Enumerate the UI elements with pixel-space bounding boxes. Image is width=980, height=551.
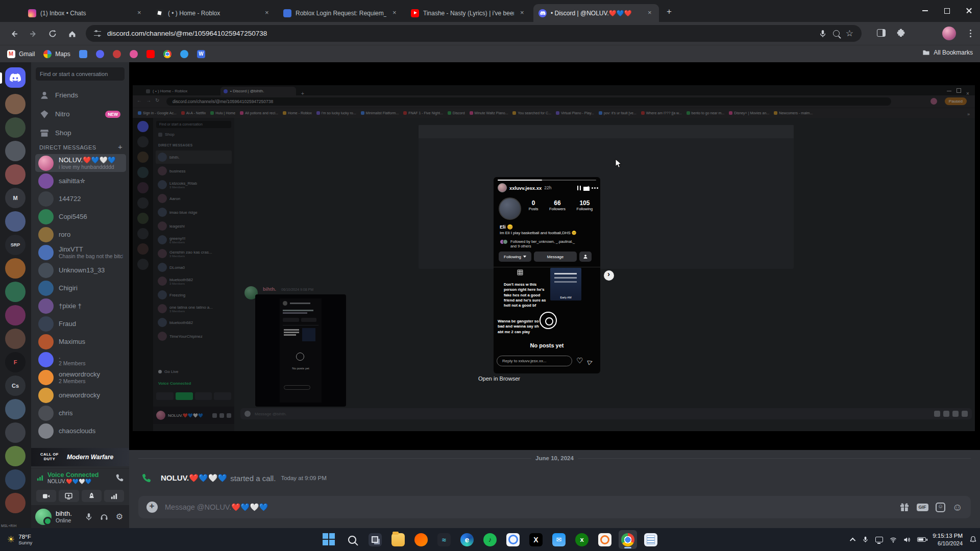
camera-button[interactable] [36,490,56,502]
notification-bell-icon[interactable] [969,536,977,543]
bookmark-favicon-red[interactable] [113,50,121,58]
browser-tab-discord[interactable]: • Discord | @NOLUV.❤️💙❤️ [533,4,659,22]
back-button[interactable] [6,26,21,41]
bookmark-favicon-discord[interactable] [96,50,104,58]
mute-mic-icon[interactable] [83,513,94,521]
notepad-button[interactable] [642,530,660,549]
deafen-icon[interactable] [99,513,110,521]
server-icon[interactable] [5,164,26,185]
close-tab-icon[interactable] [646,9,654,17]
dm-item-pixie[interactable]: †pixie † [35,297,126,315]
bookmark-favicon-blue[interactable] [180,50,188,58]
server-icon[interactable] [5,469,26,490]
server-icon[interactable]: SRP [5,235,26,255]
dm-item-chaosclouds[interactable]: chaosclouds [35,422,126,440]
tray-mic-icon[interactable] [862,536,869,543]
new-tab-button[interactable] [664,7,676,19]
discord-home-button[interactable] [5,67,26,88]
mail-button[interactable] [550,530,568,549]
sticker-icon[interactable] [936,503,945,512]
server-icon[interactable] [5,399,26,419]
crunchyroll-button[interactable] [596,530,614,549]
address-bar[interactable] [86,25,862,42]
dm-item-onewordrocky-group[interactable]: onewordrocky2 Members [35,368,126,386]
server-icon[interactable] [5,258,26,279]
nav-shop[interactable]: Shop [35,124,125,141]
dm-item-144722[interactable]: 144722 [35,190,126,208]
x-app-button[interactable] [527,530,545,549]
url-input[interactable] [107,30,813,37]
server-icon[interactable] [5,329,26,349]
dm-item-jinxvtt[interactable]: JinxVTTChasin the bag not the bitches [35,243,126,261]
browser-tab-inbox[interactable]: (1) Inbox • Chats [23,4,149,22]
minimize-icon[interactable] [914,0,936,21]
dm-item-unknown13[interactable]: Unknown13_33 [35,261,126,279]
home-button[interactable] [64,26,80,41]
start-button[interactable] [320,530,338,549]
server-icon[interactable] [5,117,26,138]
voice-search-mic-icon[interactable] [819,30,827,38]
clock[interactable]: 9:15:13 PM6/10/2024 [933,532,963,547]
close-tab-icon[interactable] [518,9,526,17]
message-input[interactable] [165,503,892,511]
photos-app-button[interactable] [504,530,522,549]
server-icon[interactable] [5,446,26,466]
close-window-icon[interactable] [958,0,980,21]
dm-item-maximus[interactable]: Maximus [35,333,126,350]
activities-button[interactable] [82,490,102,502]
bookmark-favicon-w[interactable] [197,50,205,58]
dm-item-roro[interactable]: roro [35,226,126,243]
server-icon[interactable] [5,282,26,302]
server-icon[interactable] [5,305,26,325]
dm-item-chris[interactable]: chris [35,404,126,422]
call-author[interactable]: NOLUV.❤️💙🤍💙 [161,473,227,483]
bookmark-favicon-chrome[interactable] [163,50,172,58]
xbox-button[interactable] [573,530,591,549]
close-tab-icon[interactable] [390,9,399,17]
music-app-button[interactable] [435,530,453,549]
maximize-icon[interactable] [936,0,958,21]
server-icon[interactable]: M [5,188,26,208]
tray-display-icon[interactable] [875,537,883,542]
chrome-button[interactable] [619,530,637,549]
server-icon[interactable] [5,493,26,513]
nav-friends[interactable]: Friends [35,87,125,104]
browser-tab-youtube[interactable]: Tinashe - Nasty (Lyrics) | i've been [406,4,531,22]
settings-gear-icon[interactable] [114,513,125,521]
dm-item-fraud[interactable]: Fraud [35,315,126,333]
server-icon[interactable] [5,211,26,232]
spotify-button[interactable] [481,530,499,549]
edge-button[interactable] [458,530,476,549]
dm-item-dot-group[interactable]: .2 Members [35,350,126,368]
bookmark-favicon-youtube[interactable] [146,50,155,58]
server-icon[interactable] [5,94,26,114]
all-bookmarks-button[interactable]: All Bookmarks [922,49,973,56]
screenshare-button[interactable] [59,490,79,502]
bookmark-maps[interactable]: Maps [43,50,70,58]
user-avatar[interactable] [35,509,52,525]
dm-item-copi5456[interactable]: Copi5456 [35,208,126,226]
brave-button[interactable] [412,530,430,549]
bookmark-favicon-pink[interactable] [130,50,138,58]
browser-menu-icon[interactable] [970,30,971,31]
attach-plus-icon[interactable] [146,502,158,513]
server-icon[interactable] [5,422,26,443]
search-lens-icon[interactable] [833,30,840,37]
dm-item-saihitta[interactable]: saihitta✮ [35,172,126,190]
wifi-icon[interactable] [890,536,897,543]
task-view-button[interactable] [366,530,384,549]
emoji-icon[interactable] [952,502,963,513]
close-tab-icon[interactable] [135,9,143,17]
dm-item-chigiri[interactable]: Chigiri [35,279,126,297]
nav-nitro[interactable]: NitroNEW [35,106,125,122]
disconnect-call-icon[interactable] [115,473,124,482]
create-dm-icon[interactable] [117,144,124,151]
search-button[interactable] [343,530,361,549]
dm-item-noluv[interactable]: NOLUV.❤️💙🤍💙i love my hunbanddddd [35,154,126,172]
server-icon[interactable] [5,141,26,161]
bookmark-favicon-translate[interactable] [79,50,87,58]
file-explorer-button[interactable] [389,530,407,549]
screen-share-video[interactable]: ( • ) Home - Roblox • Discord | @bihth. … [129,62,980,450]
conversation-search[interactable]: Find or start a conversation [36,67,125,81]
browser-tab-roblox-login[interactable]: Roblox Login Request: Requiem_D [278,4,404,22]
